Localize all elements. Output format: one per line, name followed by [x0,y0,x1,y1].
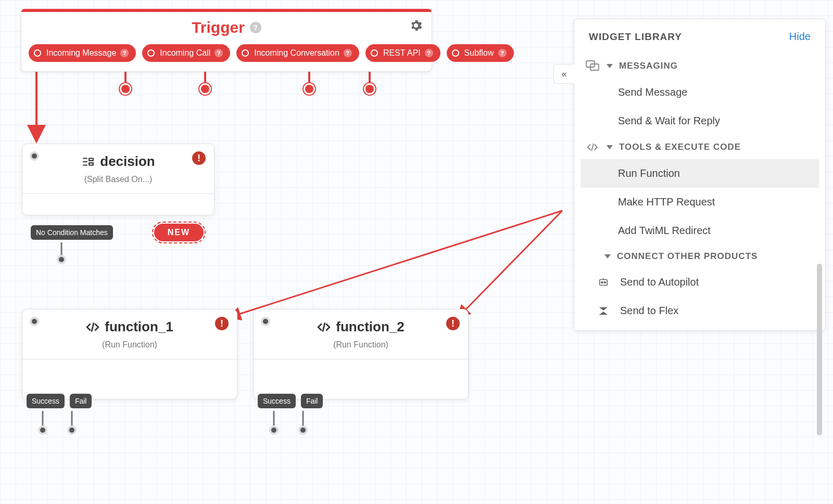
trigger-pills: Incoming Message? Incoming Call? Incomin… [21,44,432,71]
help-icon[interactable]: ? [250,22,261,33]
collapse-panel-button[interactable]: « [553,64,574,84]
panel-title: WIDGET LIBRARY [589,31,682,43]
chat-icon [585,60,600,72]
connector-dot[interactable] [304,83,315,95]
flex-icon [597,305,610,317]
connector-dot[interactable] [120,83,131,95]
connector-dot[interactable] [199,83,211,95]
output-port[interactable] [269,425,279,435]
pill-rest-api[interactable]: REST API? [365,44,440,62]
group-connect-head[interactable]: CONNECT OTHER PRODUCTS [580,245,819,268]
output-port[interactable] [38,425,47,435]
help-icon[interactable]: ? [425,49,433,57]
split-icon [81,155,95,169]
caret-down-icon [604,254,611,259]
autopilot-icon [597,277,610,288]
output-port[interactable] [67,425,77,435]
group-messaging: MESSAGING Send Message Send & Wait for R… [574,54,825,135]
no-condition-pill[interactable]: No Condition Matches [31,225,113,240]
pill-incoming-conversation[interactable]: Incoming Conversation? [236,44,359,62]
output-port[interactable] [57,255,66,264]
scrollbar[interactable] [817,264,822,435]
decision-widget[interactable]: ! decision (Split Based On...) No Condit… [22,144,214,215]
group-tools-head[interactable]: TOOLS & EXECUTE CODE [580,135,819,159]
item-send-wait-reply[interactable]: Send & Wait for Reply [580,107,819,135]
item-send-autopilot[interactable]: Send to Autopilot [580,268,819,296]
item-add-twiml-redirect[interactable]: Add TwiML Redirect [580,216,819,245]
code-icon [585,141,600,153]
output-port[interactable] [298,425,308,435]
item-send-flex[interactable]: Send to Flex [580,296,819,325]
function-2-widget[interactable]: ! function_2 (Run Function) Success Fail [253,309,469,399]
out-success[interactable]: Success [27,394,65,408]
trigger-title: Trigger ? [21,11,432,44]
caret-down-icon [607,145,613,149]
code-icon [317,320,331,334]
out-fail[interactable]: Fail [70,394,92,408]
pill-incoming-call[interactable]: Incoming Call? [142,44,230,62]
help-icon[interactable]: ? [498,49,507,57]
new-condition-button[interactable]: NEW [152,222,206,243]
connector-dot[interactable] [364,83,375,95]
gear-icon[interactable] [409,18,423,33]
help-icon[interactable]: ? [214,49,223,57]
svg-rect-2 [600,279,608,285]
trigger-card[interactable]: Trigger ? Incoming Message? Incoming Cal… [21,10,432,72]
help-icon[interactable]: ? [344,49,352,57]
svg-point-4 [604,281,605,283]
hide-panel-link[interactable]: Hide [789,31,811,43]
code-icon [86,320,99,334]
pill-subflow[interactable]: Subflow? [447,44,514,62]
item-run-function[interactable]: Run Function [580,159,819,188]
out-success[interactable]: Success [258,394,296,408]
pill-incoming-message[interactable]: Incoming Message? [29,44,136,62]
item-send-message[interactable]: Send Message [580,78,819,107]
group-messaging-head[interactable]: MESSAGING [580,54,819,78]
caret-down-icon [607,64,613,68]
svg-point-3 [601,281,603,283]
help-icon[interactable]: ? [120,49,129,57]
widget-library-panel: « WIDGET LIBRARY Hide MESSAGING Send Mes… [574,19,826,331]
group-tools: TOOLS & EXECUTE CODE Run Function Make H… [574,135,825,245]
function-1-widget[interactable]: ! function_1 (Run Function) Success Fail [22,309,237,399]
group-connect-products: CONNECT OTHER PRODUCTS Send to Autopilot… [574,245,825,325]
out-fail[interactable]: Fail [301,394,323,408]
item-make-http-request[interactable]: Make HTTP Request [580,188,819,216]
